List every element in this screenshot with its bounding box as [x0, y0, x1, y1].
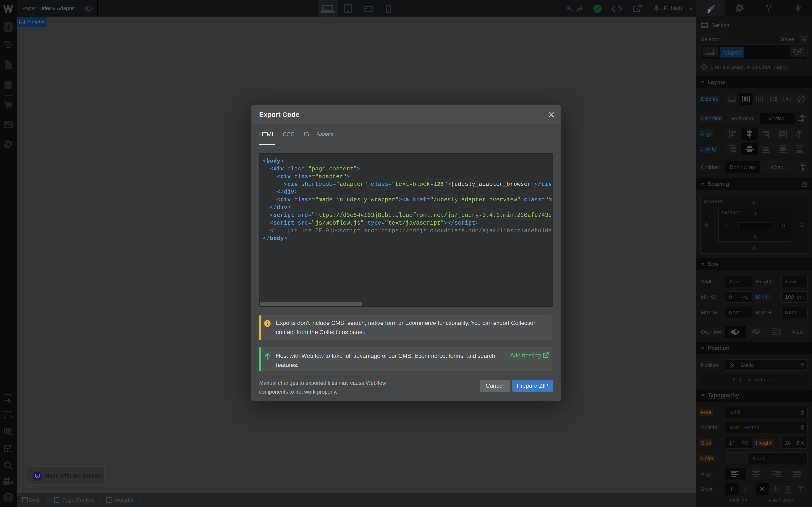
svg-text:A: A [785, 96, 789, 102]
